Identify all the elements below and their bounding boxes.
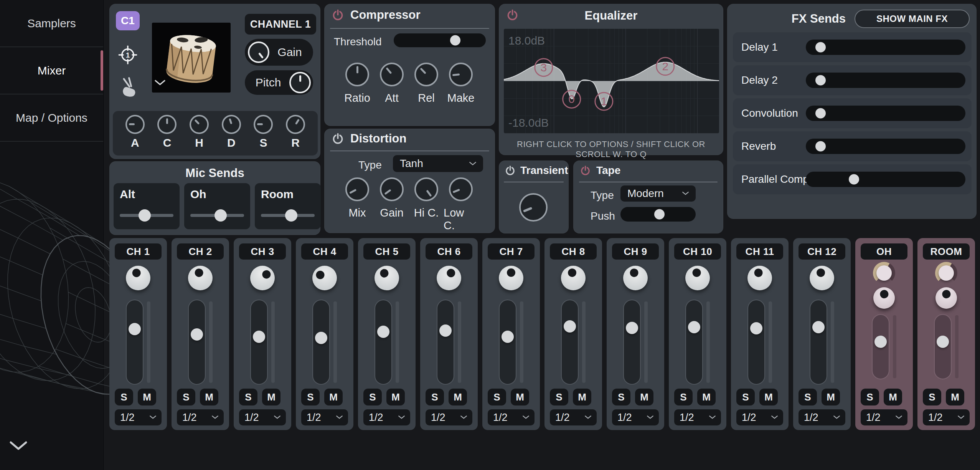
drumsticks-hand-icon[interactable]	[118, 77, 139, 99]
solo-button[interactable]: S	[363, 389, 382, 405]
fader-track[interactable]	[623, 300, 641, 385]
solo-button[interactable]: S	[301, 389, 320, 405]
fx-send-slider[interactable]	[806, 40, 965, 55]
channel-strip-label[interactable]: CH 10	[674, 243, 721, 260]
slider-handle[interactable]	[285, 209, 297, 222]
fader-track[interactable]	[934, 314, 952, 379]
slider-handle[interactable]	[815, 108, 826, 119]
mic-send-slider[interactable]	[261, 214, 315, 217]
fx-send-slider[interactable]	[806, 73, 965, 88]
slider-handle[interactable]	[815, 141, 826, 152]
transient-power-icon[interactable]	[505, 165, 516, 176]
pan-knob[interactable]	[623, 266, 648, 290]
mute-button[interactable]: M	[822, 389, 840, 405]
mute-button[interactable]: M	[449, 389, 467, 405]
mute-button[interactable]: M	[635, 389, 653, 405]
pan-knob[interactable]	[312, 266, 337, 290]
channel-strip-label[interactable]: CH 12	[799, 243, 845, 260]
fader-handle[interactable]	[191, 328, 203, 341]
pan-knob[interactable]	[935, 287, 957, 309]
pan-knob[interactable]	[188, 266, 213, 290]
solo-button[interactable]: S	[799, 389, 817, 405]
fader-handle[interactable]	[626, 322, 638, 334]
fader-track[interactable]	[561, 300, 579, 385]
channel-strip-label[interactable]: ROOM	[923, 243, 970, 260]
fader-track[interactable]	[188, 300, 206, 385]
output-select[interactable]: 1/2	[363, 409, 410, 425]
fader-track[interactable]	[375, 300, 392, 385]
decay-knob[interactable]	[222, 115, 241, 134]
output-select[interactable]: 1/2	[239, 409, 286, 425]
pan-knob[interactable]	[873, 287, 895, 309]
choke-group-icon[interactable]: 1	[118, 45, 138, 66]
output-select[interactable]: 1/2	[736, 409, 783, 425]
output-select[interactable]: 1/2	[612, 409, 659, 425]
distortion-power-icon[interactable]	[332, 132, 344, 145]
fader-track[interactable]	[747, 300, 765, 385]
hicut-knob[interactable]	[414, 177, 438, 201]
attack-knob[interactable]	[125, 115, 145, 134]
fader-handle[interactable]	[439, 324, 452, 337]
channel-strip-label[interactable]: CH 6	[426, 243, 472, 260]
solo-button[interactable]: S	[861, 389, 879, 405]
slider-handle[interactable]	[654, 209, 665, 220]
mute-button[interactable]: M	[697, 389, 716, 405]
pan-knob[interactable]	[747, 266, 772, 290]
fader-track[interactable]	[872, 314, 889, 379]
solo-button[interactable]: S	[674, 389, 693, 405]
solo-button[interactable]: S	[612, 389, 630, 405]
slider-handle[interactable]	[214, 209, 227, 222]
makeup-knob[interactable]	[449, 63, 473, 86]
output-select[interactable]: 1/2	[426, 409, 472, 425]
transient-knob[interactable]	[519, 193, 548, 222]
fx-send-slider[interactable]	[806, 106, 965, 121]
release-knob[interactable]	[286, 115, 305, 134]
pitch-knob[interactable]	[289, 72, 311, 93]
equalizer-graph[interactable]: 3012 18.0dB -18.0dB	[504, 29, 719, 133]
gain-knob[interactable]	[248, 41, 269, 63]
compressor-power-icon[interactable]	[332, 9, 344, 22]
mute-button[interactable]: M	[200, 389, 218, 405]
sidebar-item-mixer[interactable]: Mixer	[0, 47, 103, 94]
fx-send-slider[interactable]	[806, 139, 965, 154]
output-select[interactable]: 1/2	[115, 409, 162, 425]
show-main-fx-button[interactable]: SHOW MAIN FX	[855, 10, 970, 28]
sidebar-item-samplers[interactable]: Samplers	[0, 0, 103, 47]
output-select[interactable]: 1/2	[674, 409, 721, 425]
channel-strip-label[interactable]: CH 7	[488, 243, 535, 260]
mute-button[interactable]: M	[386, 389, 405, 405]
distortion-type-select[interactable]: Tanh	[393, 155, 483, 172]
fader-track[interactable]	[437, 300, 454, 385]
equalizer-power-icon[interactable]	[506, 9, 519, 22]
mic-send-slider[interactable]	[120, 214, 173, 217]
sustain-knob[interactable]	[254, 115, 273, 134]
slider-handle[interactable]	[139, 209, 151, 222]
slider-handle[interactable]	[815, 42, 826, 53]
fader-handle[interactable]	[315, 332, 327, 344]
mute-button[interactable]: M	[884, 389, 902, 405]
slider-handle[interactable]	[450, 35, 460, 46]
width-knob[interactable]	[873, 262, 895, 284]
hold-knob[interactable]	[190, 115, 209, 134]
tape-type-select[interactable]: Modern	[620, 185, 696, 202]
ratio-knob[interactable]	[345, 63, 369, 86]
channel-strip-label[interactable]: CH 8	[550, 243, 597, 260]
mic-send-slider[interactable]	[190, 214, 244, 217]
lowcut-knob[interactable]	[449, 177, 473, 201]
mute-button[interactable]: M	[759, 389, 778, 405]
pan-knob[interactable]	[126, 266, 150, 290]
pan-knob[interactable]	[250, 266, 275, 290]
fader-handle[interactable]	[688, 321, 700, 333]
fader-handle[interactable]	[564, 320, 576, 333]
fader-track[interactable]	[126, 300, 144, 385]
output-select[interactable]: 1/2	[488, 409, 535, 425]
solo-button[interactable]: S	[177, 389, 195, 405]
pitch-control[interactable]: Pitch	[245, 70, 313, 95]
solo-button[interactable]: S	[239, 389, 257, 405]
output-select[interactable]: 1/2	[799, 409, 845, 425]
solo-button[interactable]: S	[923, 389, 941, 405]
tape-push-slider[interactable]	[620, 207, 696, 222]
channel-strip-label[interactable]: OH	[861, 243, 907, 260]
collapse-chevron-down-icon[interactable]	[9, 441, 28, 451]
solo-button[interactable]: S	[550, 389, 568, 405]
